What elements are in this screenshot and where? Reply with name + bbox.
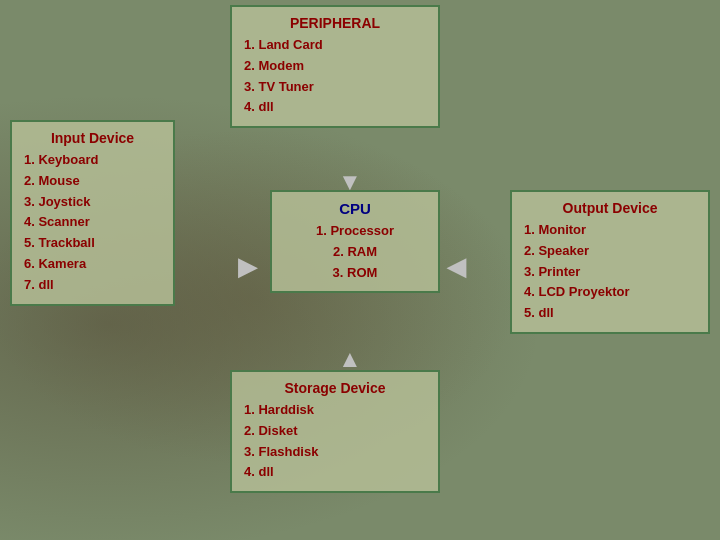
storage-item-2: 2. Disket [244, 421, 426, 442]
input-item-4: 4. Scanner [24, 212, 161, 233]
input-item-1: 1. Keyboard [24, 150, 161, 171]
peripheral-item-4: 4. dll [244, 97, 426, 118]
output-item-5: 5. dll [524, 303, 696, 324]
output-item-4: 4. LCD Proyektor [524, 282, 696, 303]
input-item-3: 3. Joystick [24, 192, 161, 213]
peripheral-box: PERIPHERAL 1. Land Card 2. Modem 3. TV T… [230, 5, 440, 128]
peripheral-title: PERIPHERAL [244, 15, 426, 31]
input-title: Input Device [24, 130, 161, 146]
peripheral-item-2: 2. Modem [244, 56, 426, 77]
input-list: 1. Keyboard 2. Mouse 3. Joystick 4. Scan… [24, 150, 161, 296]
output-item-1: 1. Monitor [524, 220, 696, 241]
storage-device-box: Storage Device 1. Harddisk 2. Disket 3. … [230, 370, 440, 493]
arrow-cpu-to-output: ◀ [447, 253, 465, 281]
input-device-box: Input Device 1. Keyboard 2. Mouse 3. Joy… [10, 120, 175, 306]
output-item-2: 2. Speaker [524, 241, 696, 262]
input-item-6: 6. Kamera [24, 254, 161, 275]
input-item-7: 7. dll [24, 275, 161, 296]
input-item-5: 5. Trackball [24, 233, 161, 254]
cpu-item-1: 1. Processor [284, 221, 426, 242]
cpu-item-2: 2. RAM [284, 242, 426, 263]
input-item-2: 2. Mouse [24, 171, 161, 192]
output-device-box: Output Device 1. Monitor 2. Speaker 3. P… [510, 190, 710, 334]
peripheral-item-3: 3. TV Tuner [244, 77, 426, 98]
cpu-item-3: 3. ROM [284, 263, 426, 284]
arrow-input-to-cpu: ▶ [238, 253, 256, 281]
cpu-title: CPU [284, 200, 426, 217]
cpu-box: CPU 1. Processor 2. RAM 3. ROM [270, 190, 440, 293]
output-title: Output Device [524, 200, 696, 216]
output-item-3: 3. Printer [524, 262, 696, 283]
arrow-storage-to-cpu: ▲ [338, 345, 362, 373]
storage-item-3: 3. Flashdisk [244, 442, 426, 463]
storage-item-4: 4. dll [244, 462, 426, 483]
storage-item-1: 1. Harddisk [244, 400, 426, 421]
cpu-list: 1. Processor 2. RAM 3. ROM [284, 221, 426, 283]
output-list: 1. Monitor 2. Speaker 3. Printer 4. LCD … [524, 220, 696, 324]
peripheral-list: 1. Land Card 2. Modem 3. TV Tuner 4. dll [244, 35, 426, 118]
storage-title: Storage Device [244, 380, 426, 396]
peripheral-item-1: 1. Land Card [244, 35, 426, 56]
storage-list: 1. Harddisk 2. Disket 3. Flashdisk 4. dl… [244, 400, 426, 483]
